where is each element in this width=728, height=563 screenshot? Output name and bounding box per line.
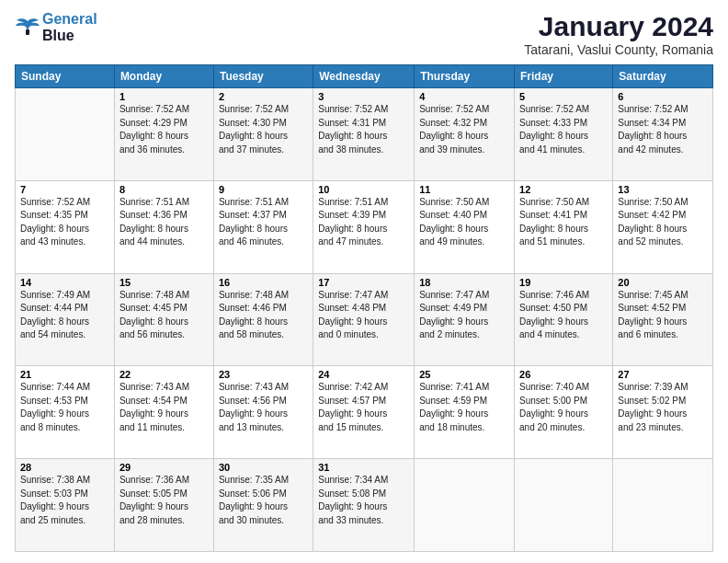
calendar-cell: 23 Sunrise: 7:43 AMSunset: 4:56 PMDaylig… [213, 366, 313, 459]
day-number: 26 [519, 369, 608, 380]
day-number: 15 [119, 277, 209, 288]
day-info: Sunrise: 7:52 AMSunset: 4:34 PMDaylight:… [618, 103, 708, 156]
logo-general: General [42, 11, 97, 27]
day-info: Sunrise: 7:36 AMSunset: 5:05 PMDaylight:… [119, 474, 209, 527]
day-info: Sunrise: 7:50 AMSunset: 4:40 PMDaylight:… [419, 196, 509, 249]
calendar-title: January 2024 [524, 11, 713, 42]
weekday-header: Tuesday [213, 65, 313, 88]
calendar-cell: 4 Sunrise: 7:52 AMSunset: 4:32 PMDayligh… [415, 88, 515, 181]
day-number: 30 [219, 462, 308, 473]
day-number: 12 [519, 184, 608, 195]
calendar-cell: 25 Sunrise: 7:41 AMSunset: 4:59 PMDaylig… [415, 366, 515, 459]
calendar-cell: 1 Sunrise: 7:52 AMSunset: 4:29 PMDayligh… [114, 88, 213, 181]
calendar-cell: 26 Sunrise: 7:40 AMSunset: 5:00 PMDaylig… [515, 366, 613, 459]
header: General Blue January 2024 Tatarani, Vasl… [15, 11, 713, 57]
day-info: Sunrise: 7:52 AMSunset: 4:31 PMDaylight:… [318, 103, 409, 156]
day-info: Sunrise: 7:38 AMSunset: 5:03 PMDaylight:… [20, 474, 109, 527]
day-info: Sunrise: 7:35 AMSunset: 5:06 PMDaylight:… [219, 474, 308, 527]
calendar-week-row: 1 Sunrise: 7:52 AMSunset: 4:29 PMDayligh… [16, 88, 713, 181]
calendar-cell [515, 459, 613, 552]
day-info: Sunrise: 7:47 AMSunset: 4:49 PMDaylight:… [419, 289, 509, 342]
day-info: Sunrise: 7:51 AMSunset: 4:37 PMDaylight:… [219, 196, 308, 249]
calendar-cell: 29 Sunrise: 7:36 AMSunset: 5:05 PMDaylig… [114, 459, 213, 552]
calendar-cell: 21 Sunrise: 7:44 AMSunset: 4:53 PMDaylig… [16, 366, 115, 459]
calendar-subtitle: Tatarani, Vaslui County, Romania [524, 42, 713, 57]
calendar-cell: 8 Sunrise: 7:51 AMSunset: 4:36 PMDayligh… [114, 180, 213, 273]
calendar-cell: 2 Sunrise: 7:52 AMSunset: 4:30 PMDayligh… [213, 88, 313, 181]
calendar-cell: 30 Sunrise: 7:35 AMSunset: 5:06 PMDaylig… [213, 459, 313, 552]
calendar-table: SundayMondayTuesdayWednesdayThursdayFrid… [15, 64, 713, 552]
calendar-cell: 15 Sunrise: 7:48 AMSunset: 4:45 PMDaylig… [114, 273, 213, 366]
day-info: Sunrise: 7:41 AMSunset: 4:59 PMDaylight:… [419, 381, 509, 434]
calendar-week-row: 7 Sunrise: 7:52 AMSunset: 4:35 PMDayligh… [16, 180, 713, 273]
day-info: Sunrise: 7:45 AMSunset: 4:52 PMDaylight:… [618, 289, 708, 342]
calendar-cell: 14 Sunrise: 7:49 AMSunset: 4:44 PMDaylig… [16, 273, 115, 366]
weekday-header: Thursday [415, 65, 515, 88]
calendar-cell: 31 Sunrise: 7:34 AMSunset: 5:08 PMDaylig… [313, 459, 415, 552]
weekday-header: Monday [114, 65, 213, 88]
day-number: 14 [20, 277, 109, 288]
day-number: 24 [318, 369, 409, 380]
day-number: 4 [419, 91, 509, 102]
calendar-cell [16, 88, 115, 181]
logo-icon [15, 17, 40, 38]
calendar-cell: 19 Sunrise: 7:46 AMSunset: 4:50 PMDaylig… [515, 273, 613, 366]
day-info: Sunrise: 7:48 AMSunset: 4:45 PMDaylight:… [119, 289, 209, 342]
day-info: Sunrise: 7:48 AMSunset: 4:46 PMDaylight:… [219, 289, 308, 342]
day-info: Sunrise: 7:51 AMSunset: 4:36 PMDaylight:… [119, 196, 209, 249]
day-number: 2 [219, 91, 308, 102]
day-info: Sunrise: 7:43 AMSunset: 4:54 PMDaylight:… [119, 381, 209, 434]
calendar-cell: 3 Sunrise: 7:52 AMSunset: 4:31 PMDayligh… [313, 88, 415, 181]
day-info: Sunrise: 7:52 AMSunset: 4:32 PMDaylight:… [419, 103, 509, 156]
day-info: Sunrise: 7:50 AMSunset: 4:42 PMDaylight:… [618, 196, 708, 249]
day-info: Sunrise: 7:40 AMSunset: 5:00 PMDaylight:… [519, 381, 608, 434]
day-number: 1 [119, 91, 209, 102]
day-number: 10 [318, 184, 409, 195]
calendar-cell: 10 Sunrise: 7:51 AMSunset: 4:39 PMDaylig… [313, 180, 415, 273]
logo-blue: Blue [42, 28, 97, 44]
day-info: Sunrise: 7:34 AMSunset: 5:08 PMDaylight:… [318, 474, 409, 527]
calendar-cell: 18 Sunrise: 7:47 AMSunset: 4:49 PMDaylig… [415, 273, 515, 366]
day-info: Sunrise: 7:50 AMSunset: 4:41 PMDaylight:… [519, 196, 608, 249]
day-number: 5 [519, 91, 608, 102]
day-info: Sunrise: 7:49 AMSunset: 4:44 PMDaylight:… [20, 289, 109, 342]
calendar-cell: 9 Sunrise: 7:51 AMSunset: 4:37 PMDayligh… [213, 180, 313, 273]
logo: General Blue [15, 11, 97, 43]
weekday-header: Saturday [613, 65, 713, 88]
day-number: 13 [618, 184, 708, 195]
calendar-cell: 28 Sunrise: 7:38 AMSunset: 5:03 PMDaylig… [16, 459, 115, 552]
day-info: Sunrise: 7:42 AMSunset: 4:57 PMDaylight:… [318, 381, 409, 434]
calendar-cell: 24 Sunrise: 7:42 AMSunset: 4:57 PMDaylig… [313, 366, 415, 459]
day-number: 25 [419, 369, 509, 380]
day-number: 18 [419, 277, 509, 288]
logo-text: General Blue [42, 11, 97, 43]
day-info: Sunrise: 7:47 AMSunset: 4:48 PMDaylight:… [318, 289, 409, 342]
calendar-cell: 13 Sunrise: 7:50 AMSunset: 4:42 PMDaylig… [613, 180, 713, 273]
day-number: 23 [219, 369, 308, 380]
day-info: Sunrise: 7:52 AMSunset: 4:35 PMDaylight:… [20, 196, 109, 249]
calendar-cell: 7 Sunrise: 7:52 AMSunset: 4:35 PMDayligh… [16, 180, 115, 273]
weekday-header: Wednesday [313, 65, 415, 88]
day-number: 31 [318, 462, 409, 473]
calendar-cell: 5 Sunrise: 7:52 AMSunset: 4:33 PMDayligh… [515, 88, 613, 181]
day-number: 27 [618, 369, 708, 380]
day-number: 7 [20, 184, 109, 195]
day-number: 28 [20, 462, 109, 473]
calendar-cell: 27 Sunrise: 7:39 AMSunset: 5:02 PMDaylig… [613, 366, 713, 459]
day-number: 6 [618, 91, 708, 102]
day-info: Sunrise: 7:44 AMSunset: 4:53 PMDaylight:… [20, 381, 109, 434]
calendar-cell: 11 Sunrise: 7:50 AMSunset: 4:40 PMDaylig… [415, 180, 515, 273]
day-info: Sunrise: 7:39 AMSunset: 5:02 PMDaylight:… [618, 381, 708, 434]
day-number: 29 [119, 462, 209, 473]
title-block: January 2024 Tatarani, Vaslui County, Ro… [524, 11, 713, 57]
calendar-cell: 6 Sunrise: 7:52 AMSunset: 4:34 PMDayligh… [613, 88, 713, 181]
day-number: 9 [219, 184, 308, 195]
calendar-week-row: 28 Sunrise: 7:38 AMSunset: 5:03 PMDaylig… [16, 459, 713, 552]
weekday-header: Sunday [16, 65, 115, 88]
svg-rect-0 [26, 29, 29, 35]
day-info: Sunrise: 7:46 AMSunset: 4:50 PMDaylight:… [519, 289, 608, 342]
calendar-page: General Blue January 2024 Tatarani, Vasl… [0, 0, 728, 563]
day-number: 11 [419, 184, 509, 195]
calendar-cell [613, 459, 713, 552]
day-number: 16 [219, 277, 308, 288]
